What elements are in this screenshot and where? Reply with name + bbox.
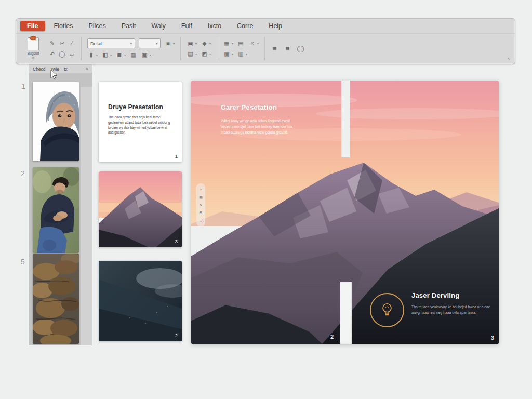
preview-title-slide[interactable]: Druye Presetation The eava grmre rber ne… <box>99 82 182 162</box>
grid-fill-button[interactable]: ▦ <box>129 51 137 59</box>
sunset-mountain-photo <box>99 171 182 247</box>
thumbnail-slide-2[interactable] <box>33 167 79 253</box>
chevron-down-icon: ▾ <box>96 54 98 57</box>
pencil-icon[interactable]: ✎ <box>200 203 203 207</box>
slide-number-2: 2 <box>21 169 25 178</box>
menu-file[interactable]: File <box>20 21 45 31</box>
corner-fill-icon: ◧ <box>101 51 109 59</box>
ribbon-toolbar: Bugcud ⊕ ✎ ✂ ⁄ ↶ ◯ ▱ Detail ▾ <box>16 34 515 63</box>
block-alt-button[interactable]: ▣ ▾ <box>141 51 151 59</box>
menu-into[interactable]: Ixcto <box>201 21 228 31</box>
resize-icon[interactable]: ↕ <box>200 219 202 222</box>
chevron-down-icon: ▾ <box>209 42 211 45</box>
object-icon: ▣ <box>187 39 194 47</box>
menu-full[interactable]: Fulf <box>175 21 199 31</box>
close-icon[interactable]: × <box>85 66 88 72</box>
columns-icon: ▥ <box>237 50 245 58</box>
fill-corner-button[interactable]: ◧ ▾ <box>101 51 112 59</box>
chevron-down-icon: ▾ <box>246 52 247 56</box>
menu-lines-icon[interactable]: ≡ <box>200 188 202 191</box>
floating-edit-toolbar[interactable]: ≡ ▤ ✎ ⊞ ↕ <box>196 183 205 227</box>
menu-waly[interactable]: Waly <box>145 21 172 31</box>
thumbnail-slide-5[interactable] <box>33 254 79 344</box>
chevron-down-icon: ▾ <box>195 52 197 56</box>
font-size-select[interactable]: ▾ <box>139 38 161 48</box>
insert-shape-button[interactable]: ◆ ▾ <box>201 39 211 47</box>
ribbon-group-clipboard: Bugcud ⊕ ✎ ✂ ⁄ ↶ ◯ ▱ <box>19 34 80 63</box>
rock-texture-photo <box>33 254 79 344</box>
slides-panel-header: Checd Twie tx × <box>29 64 92 73</box>
chart-icon: ◩ <box>201 50 208 58</box>
insert-table-button[interactable]: ▤ ▾ <box>187 50 197 58</box>
panel-scrollbar[interactable] <box>81 87 92 345</box>
main-slide-canvas[interactable]: Carer Pesetation Vdaer kaay wrt ge aela … <box>191 81 499 344</box>
slash-tool-icon[interactable]: ⁄ <box>68 39 76 47</box>
ribbon-group-view: ≡ ≡ ◯ <box>266 34 309 63</box>
diamond-icon: ◆ <box>201 39 208 47</box>
ribbon-collapse-button[interactable]: ^ <box>508 57 510 62</box>
chevron-down-icon: ▾ <box>232 52 233 56</box>
slide-corner-notch <box>340 282 352 344</box>
menu-corre[interactable]: Corre <box>230 21 260 31</box>
list-view-button[interactable]: ≡ <box>271 45 278 52</box>
page-number: 1 <box>175 153 178 159</box>
menu-places[interactable]: Plices <box>82 21 112 31</box>
scissors-icon[interactable]: ✂ <box>58 39 66 47</box>
right-slide-page-number: 3 <box>491 335 494 341</box>
preview-slide-title: Druye Presetation <box>108 103 172 111</box>
insert-chart-button[interactable]: ◩ ▾ <box>201 50 211 58</box>
page-number: 3 <box>175 238 178 244</box>
circle-tool-icon[interactable]: ◯ <box>58 50 66 58</box>
info-card-title: Jaser Dervling <box>411 291 459 299</box>
thumbnail-slide-1[interactable] <box>33 82 79 161</box>
preview-dark-slide[interactable]: 2 <box>99 261 182 341</box>
undo-icon[interactable]: ↶ <box>48 50 56 58</box>
dark-valley-photo <box>99 261 182 341</box>
info-card-body: Tha rej aea yealawvay ke bal bejed bwea … <box>411 304 494 316</box>
layout-button[interactable]: ▦ ▾ <box>223 39 233 47</box>
pencil-icon[interactable]: ✎ <box>48 39 56 47</box>
font-name-select[interactable]: Detail ▾ <box>87 38 135 48</box>
shape-tool-icon[interactable]: ▱ <box>68 50 76 58</box>
delete-x-icon: × <box>248 39 256 47</box>
app-screen: File Floties Plices Pasit Waly Fulf Ixct… <box>0 0 532 399</box>
menu-help[interactable]: Help <box>262 21 289 31</box>
paste-button[interactable]: Bugcud ⊕ <box>22 37 44 60</box>
ribbon-group-arrange: ▦ ▾ ▤ × ▾ ▩ ▾ ▥ ▾ <box>218 34 263 63</box>
chevron-down-icon: ▾ <box>257 42 259 45</box>
bold-block-button[interactable]: ▮ ▾ <box>87 51 98 59</box>
grid-icon[interactable]: ⊞ <box>200 211 203 215</box>
lightbulb-badge <box>370 293 404 327</box>
circle-view-button[interactable]: ◯ <box>297 45 304 52</box>
page-number: 2 <box>175 332 178 338</box>
lightbulb-icon <box>380 302 394 318</box>
hooded-woman-photo <box>33 82 79 161</box>
layout-grid-icon: ▦ <box>223 39 231 47</box>
chevron-down-icon: ▾ <box>156 42 157 45</box>
layout-icon[interactable]: ▤ <box>199 195 203 199</box>
insert-object-button[interactable]: ▣ ▾ <box>187 39 197 47</box>
clipboard-icon <box>28 37 39 50</box>
paste-label: Bugcud <box>28 51 39 55</box>
menu-paste[interactable]: Pasit <box>115 21 143 31</box>
outline-view-button[interactable]: ≡ <box>284 45 291 52</box>
clipboard-tools: ✎ ✂ ⁄ ↶ ◯ ▱ <box>47 38 77 60</box>
preview-sunset-slide[interactable]: 3 <box>99 171 182 247</box>
columns-button[interactable]: ▥ ▾ <box>237 50 247 58</box>
menu-home[interactable]: Floties <box>47 21 80 31</box>
picture-icon: ▣ <box>164 39 172 47</box>
rows-button[interactable]: ▤ <box>237 39 245 47</box>
pattern-button[interactable]: ▩ ▾ <box>223 50 233 58</box>
lines-button[interactable]: ≣ ▾ <box>115 51 126 59</box>
chevron-down-icon: ▾ <box>130 42 132 45</box>
chevron-down-icon: ▾ <box>232 42 233 45</box>
tab-tx[interactable]: tx <box>64 66 68 72</box>
table-icon: ▤ <box>187 50 194 58</box>
tab-checd[interactable]: Checd <box>33 66 46 72</box>
plus-icon: ⊕ <box>32 56 35 60</box>
ribbon-group-font: Detail ▾ ▾ ▣ ▾ ▮ ▾ <box>83 34 179 63</box>
man-sitting-photo <box>33 167 79 253</box>
picture-button[interactable]: ▣ ▾ <box>164 39 175 47</box>
block-alt-icon: ▣ <box>141 51 149 59</box>
delete-button[interactable]: × ▾ <box>248 39 259 47</box>
